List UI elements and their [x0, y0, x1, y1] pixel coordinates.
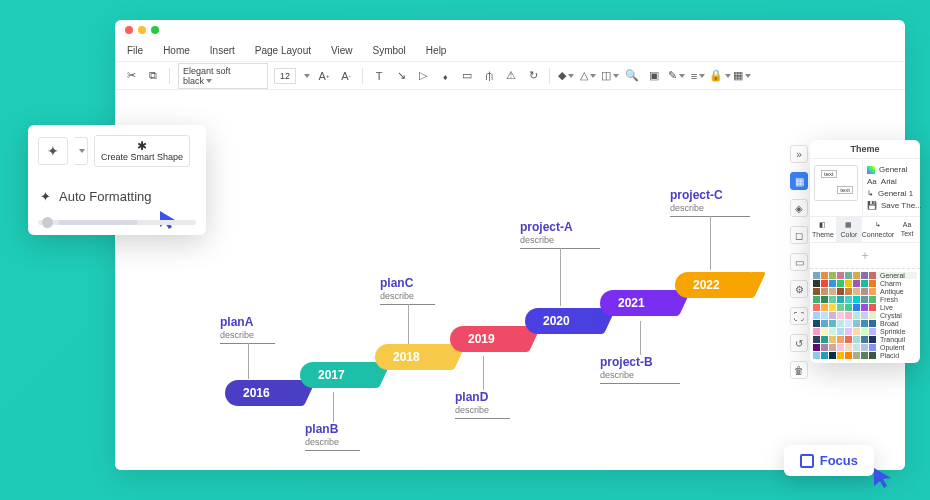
annotation-projectA[interactable]: project-A describe — [520, 220, 600, 249]
scheme-label: Crystal — [880, 312, 917, 319]
focus-button[interactable]: Focus — [784, 445, 874, 476]
tab-theme[interactable]: ◧Theme — [810, 217, 836, 242]
tab-text[interactable]: AaText — [894, 217, 920, 242]
tab-connector[interactable]: ↳Connector — [862, 217, 894, 242]
timeline-2016[interactable]: 2016 — [225, 380, 303, 406]
menu-symbol[interactable]: Symbol — [373, 45, 406, 56]
stroke-icon[interactable]: △ — [580, 68, 596, 84]
warn-icon[interactable]: ⚠ — [503, 68, 519, 84]
planC-title: planC — [380, 276, 435, 290]
decrease-font-icon[interactable]: A- — [338, 68, 354, 84]
cube-icon[interactable]: ◻ — [790, 226, 808, 244]
line-style-icon[interactable]: ≡ — [690, 68, 706, 84]
scheme-label: Broad — [880, 320, 917, 327]
meta-style[interactable]: General 1 — [878, 189, 913, 198]
scheme-live[interactable]: Live — [813, 304, 917, 311]
annotation-projectB[interactable]: project-B describe — [600, 355, 680, 384]
tab-text-label: Text — [901, 230, 914, 237]
scheme-crystal[interactable]: Crystal — [813, 312, 917, 319]
increase-font-icon[interactable]: A+ — [316, 68, 332, 84]
layers-icon[interactable]: ⬧ — [437, 68, 453, 84]
crop-icon[interactable]: ◫ — [602, 68, 618, 84]
slider-knob[interactable] — [42, 217, 53, 228]
fill-icon[interactable]: ◆ — [558, 68, 574, 84]
image-icon[interactable]: ▣ — [646, 68, 662, 84]
font-size-select[interactable]: 12 — [274, 68, 296, 84]
search-icon[interactable]: 🔍 — [624, 68, 640, 84]
menu-page-layout[interactable]: Page Layout — [255, 45, 311, 56]
menu-insert[interactable]: Insert — [210, 45, 235, 56]
grid-icon[interactable]: ▦ — [734, 68, 750, 84]
line-icon[interactable]: ↘ — [393, 68, 409, 84]
copy-icon[interactable]: ⧉ — [145, 68, 161, 84]
pen-icon[interactable]: ✎ — [668, 68, 684, 84]
projA-desc: describe — [520, 235, 600, 245]
scheme-fresh[interactable]: Fresh — [813, 296, 917, 303]
window-zoom-icon[interactable] — [151, 26, 159, 34]
scheme-tranquil[interactable]: Tranquil — [813, 336, 917, 343]
theme-grid-icon[interactable]: ▦ — [790, 172, 808, 190]
scheme-opulent[interactable]: Opulent — [813, 344, 917, 351]
scheme-broad[interactable]: Broad — [813, 320, 917, 327]
planD-title: planD — [455, 390, 510, 404]
cut-icon[interactable]: ✂ — [123, 68, 139, 84]
year-2016: 2016 — [243, 386, 270, 400]
meta-font[interactable]: Arial — [881, 177, 897, 186]
lock-icon[interactable]: 🔒 — [712, 68, 728, 84]
year-2018: 2018 — [393, 350, 420, 364]
scheme-antique[interactable]: Antique — [813, 288, 917, 295]
theme-preview[interactable] — [810, 159, 863, 216]
tab-color[interactable]: ▦Color — [836, 217, 862, 242]
rotate-icon[interactable]: ↻ — [525, 68, 541, 84]
scheme-charm[interactable]: Charm — [813, 280, 917, 287]
menu-file[interactable]: File — [127, 45, 143, 56]
timeline-2017[interactable]: 2017 — [300, 362, 378, 388]
expand-icon[interactable]: ⛶ — [790, 307, 808, 325]
menu-view[interactable]: View — [331, 45, 353, 56]
scheme-sprinkle[interactable]: Sprinkle — [813, 328, 917, 335]
shape-icon[interactable]: ▭ — [459, 68, 475, 84]
canvas[interactable]: 2016 2017 2018 2019 2020 2021 2022 planA… — [115, 90, 905, 470]
annotation-planC[interactable]: planC describe — [380, 276, 435, 305]
timeline-2021[interactable]: 2021 — [600, 290, 678, 316]
align-icon[interactable]: ⫛ — [481, 68, 497, 84]
annotation-planA[interactable]: planA describe — [220, 315, 275, 344]
sparkle-small-icon: ✦ — [40, 189, 51, 204]
sparkle-icon[interactable]: ✦ — [38, 137, 68, 165]
palette-icon — [867, 166, 875, 174]
font-select[interactable]: Elegant soft black — [178, 63, 268, 89]
history-icon[interactable]: ↺ — [790, 334, 808, 352]
trash-icon[interactable]: 🗑 — [790, 361, 808, 379]
timeline-2018[interactable]: 2018 — [375, 344, 453, 370]
timeline-2019[interactable]: 2019 — [450, 326, 528, 352]
pointer-icon[interactable]: ▷ — [415, 68, 431, 84]
annotation-projectC[interactable]: project-C describe — [670, 188, 750, 217]
scheme-label: Antique — [880, 288, 917, 295]
menu-help[interactable]: Help — [426, 45, 447, 56]
focus-icon — [800, 454, 814, 468]
menu-home[interactable]: Home — [163, 45, 190, 56]
collapse-icon[interactable]: » — [790, 145, 808, 163]
timeline-2020[interactable]: 2020 — [525, 308, 603, 334]
year-2022: 2022 — [693, 278, 720, 292]
timeline-2022[interactable]: 2022 — [675, 272, 753, 298]
auto-formatting-item[interactable]: ✦ Auto Formatting — [38, 183, 196, 210]
font-icon: Aa — [867, 177, 877, 186]
create-smart-shape-button[interactable]: ✱ Create Smart Shape — [94, 135, 190, 167]
layer-icon[interactable]: ◈ — [790, 199, 808, 217]
slider-track[interactable] — [38, 220, 196, 225]
window-close-icon[interactable] — [125, 26, 133, 34]
settings-icon[interactable]: ⚙ — [790, 280, 808, 298]
window-minimize-icon[interactable] — [138, 26, 146, 34]
annotation-planB[interactable]: planB describe — [305, 422, 360, 451]
text-icon[interactable]: T — [371, 68, 387, 84]
scheme-general[interactable]: General — [813, 272, 917, 279]
page-icon[interactable]: ▭ — [790, 253, 808, 271]
scheme-placid[interactable]: Placid — [813, 352, 917, 359]
sparkle-dropdown[interactable] — [74, 137, 88, 165]
meta-save[interactable]: Save The... — [881, 201, 922, 210]
annotation-planD[interactable]: planD describe — [455, 390, 510, 419]
add-scheme-row[interactable]: ＋ — [810, 243, 920, 269]
projB-desc: describe — [600, 370, 680, 380]
meta-general[interactable]: General — [879, 165, 907, 174]
